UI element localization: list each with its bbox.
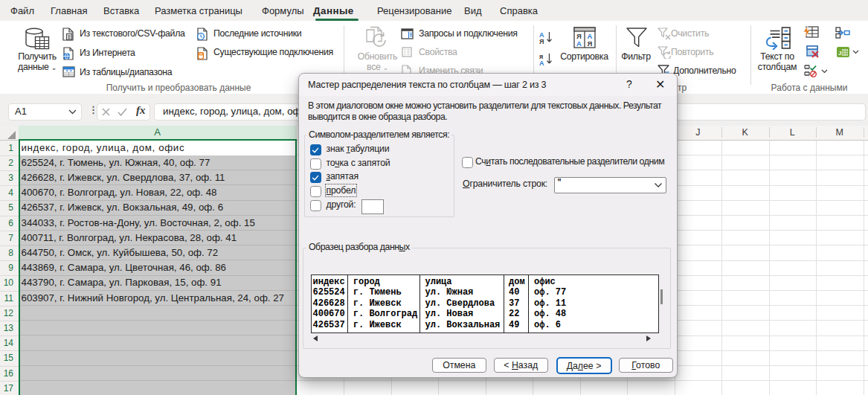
svg-text:Я: Я — [588, 39, 593, 48]
svg-text:А: А — [576, 39, 582, 48]
svg-text:Я: Я — [539, 38, 544, 45]
svg-text:А: А — [539, 60, 544, 66]
svg-text:J: J — [838, 50, 841, 57]
